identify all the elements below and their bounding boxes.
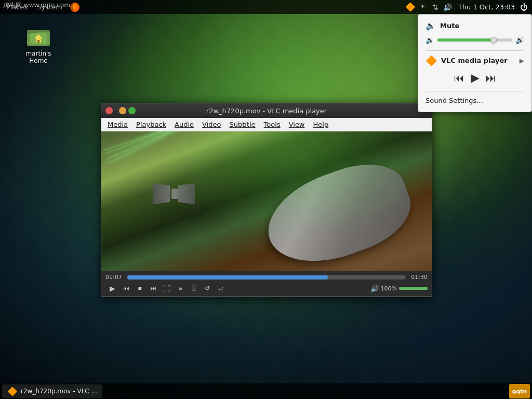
vlc-progress-bar[interactable] [127, 275, 406, 280]
minimize-dot[interactable] [119, 107, 126, 114]
volume-icon[interactable]: 🔊 [443, 2, 453, 12]
sound-popup: 🔈 Mute 🔉 🔊 🔶 VLC media player ▶ ⏮ ▶ ⏭ So… [418, 14, 532, 112]
vlc-volume-area: 🔊 100% [370, 285, 428, 292]
taskbar-vlc-icon: 🔶 [7, 387, 18, 396]
vlc-extended-button[interactable]: ≡ [174, 283, 187, 294]
folder-icon-image [26, 23, 51, 48]
sound-low-icon: 🔉 [425, 36, 434, 44]
vlc-menu-help[interactable]: Help [309, 119, 333, 129]
power-icon[interactable]: ⏻ [520, 3, 528, 12]
tie-wing-left [153, 183, 170, 204]
vlc-title: r2w_h720p.mov - VLC media player [206, 107, 327, 115]
panel-clock: Thu 1 Oct, 23:03 [455, 3, 518, 11]
vlc-time-total: 01:30 [409, 274, 428, 281]
vlc-menu-playback[interactable]: Playback [132, 119, 170, 129]
qqtn-logo: qqtn [509, 384, 530, 398]
vlc-progress-row: 01:07 01:30 [105, 274, 428, 281]
vlc-fullscreen-button[interactable]: ⛶ [161, 283, 173, 294]
mute-label: Mute [440, 22, 459, 30]
popup-next-button[interactable]: ⏭ [486, 72, 496, 84]
vlc-popup-label: VLC media player [441, 57, 508, 64]
vlc-window: r2w_h720p.mov - VLC media player Media P… [101, 103, 432, 297]
volume-slider[interactable] [437, 38, 512, 42]
mute-speaker-icon: 🔈 [425, 21, 436, 31]
vlc-menu-media[interactable]: Media [103, 119, 132, 129]
popup-play-button[interactable]: ▶ [471, 71, 480, 85]
vlc-buttons-row: ▶ ⏮ ■ ⏭ ⛶ ≡ ☰ ↺ ⇌ 🔊 100% [105, 283, 428, 294]
close-dot[interactable] [105, 107, 113, 114]
vlc-progress-fill [127, 275, 328, 280]
vlc-playlist-button[interactable]: ☰ [188, 283, 200, 294]
bluetooth-icon[interactable]: * [418, 2, 428, 12]
popup-prev-button[interactable]: ⏮ [454, 72, 464, 84]
maximize-dot[interactable] [128, 107, 136, 114]
home-folder-icon[interactable]: martin's Home [18, 21, 59, 67]
home-folder-label: martin's Home [20, 50, 57, 65]
volume-slider-thumb [490, 37, 497, 43]
vlc-play-button[interactable]: ▶ [105, 283, 119, 294]
taskbar: 🔶 r2w_h720p.mov - VLC ... qqtn [0, 383, 532, 399]
vlc-menu-tools[interactable]: Tools [260, 119, 285, 129]
vlc-next-button[interactable]: ⏭ [147, 283, 159, 294]
taskbar-vlc-label: r2w_h720p.mov - VLC ... [21, 388, 97, 395]
vlc-volume-fill [399, 287, 428, 290]
vlc-video-area[interactable] [101, 131, 432, 271]
sound-slider-row: 🔉 🔊 [425, 36, 524, 44]
falcon-body [256, 151, 421, 271]
vlc-vol-icon: 🔊 [370, 285, 379, 292]
watermark: 鸡牛网 www.qqtn.com [0, 0, 73, 11]
vlc-popup-icon: 🔶 [425, 55, 437, 66]
vlc-menu-audio[interactable]: Audio [170, 119, 198, 129]
vlc-menu-view[interactable]: View [285, 119, 309, 129]
sound-settings-link[interactable]: Sound Settings... [425, 96, 524, 105]
vlc-stop-button[interactable]: ■ [134, 283, 146, 294]
sound-high-icon: 🔊 [515, 36, 524, 44]
vlc-menubar: Media Playback Audio Video Subtitle Tool… [101, 118, 432, 131]
vlc-controls-area: 01:07 01:30 ▶ ⏮ ■ ⏭ ⛶ ≡ ☰ ↺ ⇌ 🔊 100% [101, 271, 432, 296]
vlc-titlebar: r2w_h720p.mov - VLC media player [101, 103, 432, 118]
vlc-vol-label: 100% [381, 285, 397, 292]
vlc-tray-icon[interactable]: 🔶 [405, 2, 416, 12]
title-dots [105, 107, 136, 114]
tie-body [171, 189, 178, 199]
taskbar-vlc-app[interactable]: 🔶 r2w_h720p.mov - VLC ... [2, 384, 102, 398]
vlc-transport-row: ⏮ ▶ ⏭ [425, 71, 524, 85]
millennium-falcon [250, 163, 416, 267]
vlc-menu-subtitle[interactable]: Subtitle [225, 119, 259, 129]
vlc-menu-video[interactable]: Video [198, 119, 225, 129]
panel-right: 🔶 * ⇅ 🔊 Thu 1 Oct, 23:03 ⏻ [405, 2, 532, 12]
vlc-loop-button[interactable]: ↺ [201, 283, 214, 294]
vlc-expand-arrow: ▶ [520, 57, 524, 64]
tie-wing-right [178, 183, 195, 204]
sound-divider [425, 50, 524, 51]
tie-fighter [153, 173, 195, 215]
vlc-volume-bar[interactable] [399, 287, 428, 290]
network-icon[interactable]: ⇅ [430, 2, 441, 12]
mute-row: 🔈 Mute [425, 21, 524, 31]
vlc-player-section: 🔶 VLC media player ▶ [425, 55, 524, 66]
sound-divider-2 [425, 91, 524, 91]
folder-svg [26, 23, 51, 48]
top-panel: Places System 🔶 * ⇅ 🔊 Thu 1 Oct, 23:03 ⏻ [0, 0, 532, 14]
svg-rect-6 [37, 40, 39, 43]
vlc-shuffle-button[interactable]: ⇌ [215, 283, 227, 294]
taskbar-right: qqtn [509, 384, 532, 398]
vlc-prev-button[interactable]: ⏮ [120, 283, 132, 294]
volume-slider-fill [437, 38, 494, 42]
vlc-time-elapsed: 01:07 [105, 274, 124, 281]
